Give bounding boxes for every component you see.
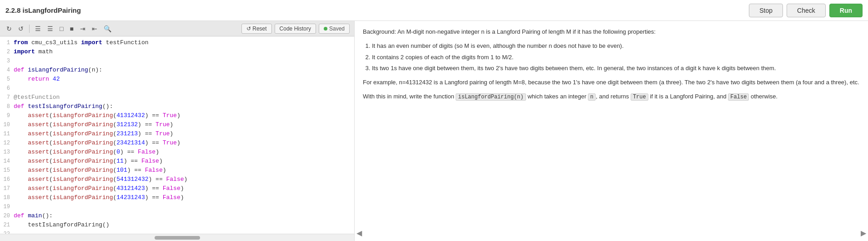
line-num-13: 13 [0,148,14,157]
code-line-22: 22 [0,230,354,234]
saved-label: Saved [329,26,345,32]
desc-p1-text: Background: An M-digit non-negative inte… [363,28,656,35]
line-content-2: import math [14,47,354,56]
code-area[interactable]: 1 from cmu_cs3_utils import testFunction… [0,36,354,234]
line-content-4: def isLangfordPairing(n): [14,66,354,75]
desc-paragraph-1: Background: An M-digit non-negative inte… [363,27,860,37]
desc-list-item-3: Its two 1s have one digit between them, … [372,64,860,73]
code-line-5: 5 return 42 [0,75,354,84]
align-right-icon[interactable]: ☰ [45,24,55,33]
code-line-18: 18 assert(isLangfordPairing(14231243) ==… [0,193,354,202]
line-content-11: assert(isLangfordPairing(231213) == True… [14,129,354,138]
code-line-20: 20 def main(): [0,211,354,220]
editor-panel: ↻ ↺ ☰ ☰ □ ■ ⇥ ⇤ 🔍 ↺ Reset Code History S… [0,21,355,241]
code-line-7: 7 @testFunction [0,93,354,102]
line-num-6: 6 [0,84,14,93]
desc-scroll-right-icon[interactable]: ▶ [861,227,866,239]
comment-icon[interactable]: □ [58,24,65,33]
line-content-7: @testFunction [14,93,354,102]
code-line-12: 12 assert(isLangfordPairing(23421314) ==… [0,138,354,148]
line-num-22: 22 [0,230,14,234]
line-content-16: assert(isLangfordPairing(541312432) == F… [14,175,354,184]
align-left-icon[interactable]: ☰ [33,24,43,33]
line-num-11: 11 [0,129,14,138]
code-history-button[interactable]: Code History [275,24,316,34]
code-line-11: 11 assert(isLangfordPairing(231213) == T… [0,129,354,138]
undo-icon[interactable]: ↻ [5,24,14,33]
desc-list-item-1: It has an even number of digits (so M is… [372,41,860,51]
line-num-2: 2 [0,47,14,56]
main-content: ↻ ↺ ☰ ☰ □ ■ ⇥ ⇤ 🔍 ↺ Reset Code History S… [0,21,868,241]
line-content-1: from cmu_cs3_utils import testFunction [14,38,354,47]
line-num-16: 16 [0,175,14,184]
scroll-thumb[interactable] [155,236,200,240]
line-content-10: assert(isLangfordPairing(312132) == True… [14,120,354,129]
toolbar-separator-1 [29,25,30,33]
saved-badge: Saved [319,24,350,34]
line-content-3 [14,56,354,66]
line-content-21: testIsLangfordPairing() [14,220,354,230]
code-line-21: 21 testIsLangfordPairing() [0,220,354,230]
code-line-17: 17 assert(isLangfordPairing(43121423) ==… [0,184,354,193]
desc-false-val: False [728,93,749,101]
line-content-15: assert(isLangfordPairing(101) == False) [14,166,354,175]
line-num-21: 21 [0,220,14,230]
code-line-13: 13 assert(isLangfordPairing(0) == False) [0,148,354,157]
code-line-19: 19 [0,202,354,211]
toolbar-right: ↺ Reset Code History Saved [241,24,350,34]
line-content-5: return 42 [14,75,354,84]
code-line-2: 2 import math [0,47,354,56]
desc-p3-mid2: , and returns [596,93,631,100]
line-num-1: 1 [0,38,14,47]
indent-icon[interactable]: ⇥ [78,24,87,33]
saved-dot-icon [324,27,327,31]
line-num-18: 18 [0,193,14,202]
run-button[interactable]: Run [829,4,863,17]
code-line-6: 6 [0,84,354,93]
code-line-14: 14 assert(isLangfordPairing(11) == False… [0,157,354,166]
code-line-4: 4 def isLangfordPairing(n): [0,66,354,75]
line-content-17: assert(isLangfordPairing(43121423) == Fa… [14,184,354,193]
desc-function-name: isLangfordPairing(n) [456,93,526,101]
code-line-10: 10 assert(isLangfordPairing(312132) == T… [0,120,354,129]
reset-button[interactable]: ↺ Reset [241,24,272,34]
desc-p3-mid3: if it is a Langford Pairing, and [648,93,728,100]
line-num-4: 4 [0,66,14,75]
desc-list: It has an even number of digits (so M is… [372,41,860,73]
top-bar-left: 2.2.8 isLangfordPairing [5,6,81,14]
desc-paragraph-2: For example, n=41312432 is a Langford pa… [363,78,860,87]
line-num-20: 20 [0,211,14,220]
desc-list-item-2: It contains 2 copies of each of the digi… [372,53,860,62]
search-icon[interactable]: 🔍 [102,24,113,33]
table-icon[interactable]: ■ [68,24,75,33]
line-num-19: 19 [0,202,14,211]
redo-icon[interactable]: ↺ [16,24,25,33]
code-line-16: 16 assert(isLangfordPairing(541312432) =… [0,175,354,184]
bottom-scroll[interactable] [0,234,354,241]
top-bar: 2.2.8 isLangfordPairing Stop Check Run [0,0,868,21]
desc-p3-end: otherwise. [749,93,778,100]
desc-true-val: True [631,93,648,101]
desc-p3-mid: which takes an integer [526,93,588,100]
line-num-9: 9 [0,111,14,120]
line-num-12: 12 [0,138,14,148]
line-num-14: 14 [0,157,14,166]
line-content-20: def main(): [14,211,354,220]
line-content-13: assert(isLangfordPairing(0) == False) [14,148,354,157]
code-line-8: 8 def testIsLangfordPairing(): [0,102,354,111]
description-panel: Background: An M-digit non-negative inte… [355,21,868,241]
app-title: 2.2.8 isLangfordPairing [5,6,81,14]
stop-button[interactable]: Stop [749,4,783,17]
desc-scroll-left-icon[interactable]: ◀ [356,227,362,239]
check-button[interactable]: Check [787,4,826,17]
code-line-9: 9 assert(isLangfordPairing(41312432) == … [0,111,354,120]
line-content-14: assert(isLangfordPairing(11) == False) [14,157,354,166]
code-line-3: 3 [0,56,354,66]
line-num-17: 17 [0,184,14,193]
line-num-5: 5 [0,75,14,84]
line-content-9: assert(isLangfordPairing(41312432) == Tr… [14,111,354,120]
outdent-icon[interactable]: ⇤ [90,24,99,33]
top-bar-buttons: Stop Check Run [749,4,863,17]
line-content-22 [14,230,354,234]
code-line-15: 15 assert(isLangfordPairing(101) == Fals… [0,166,354,175]
